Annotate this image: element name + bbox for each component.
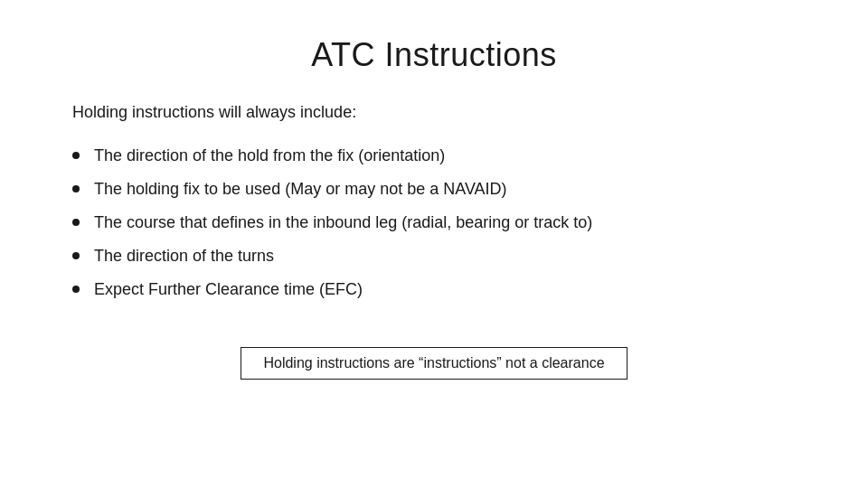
list-item: The holding fix to be used (May or may n… [72, 177, 796, 202]
bullet-dot [72, 219, 80, 226]
list-item: The direction of the hold from the fix (… [72, 144, 796, 168]
slide: ATC Instructions Holding instructions wi… [0, 0, 868, 488]
note-text: Holding instructions are “instructions” … [263, 355, 604, 371]
list-item: Expect Further Clearance time (EFC) [72, 277, 796, 302]
bullet-text-3: The course that defines in the inbound l… [94, 211, 592, 235]
bullet-text-1: The direction of the hold from the fix (… [94, 144, 445, 168]
bullet-dot [72, 286, 80, 293]
bullet-text-2: The holding fix to be used (May or may n… [94, 177, 507, 202]
bullet-text-4: The direction of the turns [94, 244, 274, 268]
note-box: Holding instructions are “instructions” … [241, 347, 627, 380]
bullet-text-5: Expect Further Clearance time (EFC) [94, 277, 363, 302]
list-item: The direction of the turns [72, 244, 796, 268]
bullet-dot [72, 252, 80, 259]
slide-subtitle: Holding instructions will always include… [72, 103, 796, 122]
list-item: The course that defines in the inbound l… [72, 211, 796, 235]
bullet-list: The direction of the hold from the fix (… [72, 144, 796, 311]
bullet-dot [72, 185, 80, 192]
bullet-dot [72, 152, 80, 159]
slide-title: ATC Instructions [72, 36, 796, 74]
